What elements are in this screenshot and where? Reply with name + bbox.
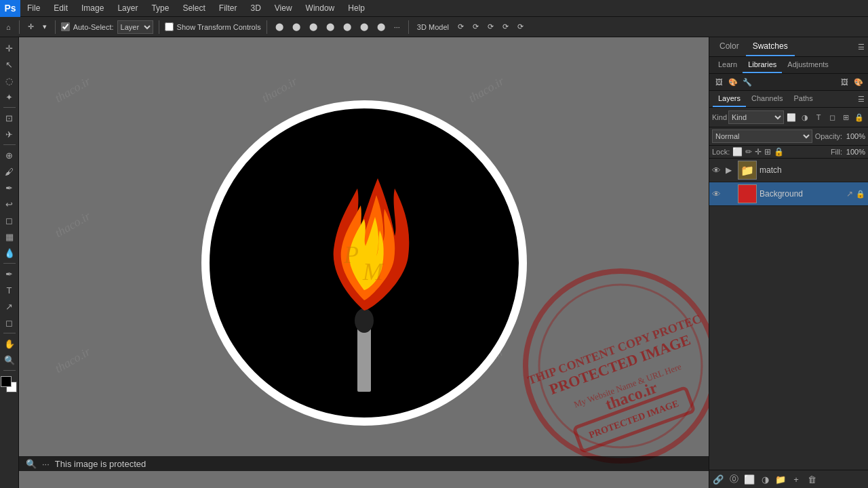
selection-tool[interactable]: ↖: [2, 57, 17, 72]
search-icon[interactable]: 🔍: [26, 459, 37, 469]
align-center-h-button[interactable]: ⬤: [290, 21, 303, 33]
gradient-tool[interactable]: ▦: [2, 229, 17, 244]
toolbar-separator-1: [19, 20, 20, 34]
filter-adjust-icon[interactable]: ◑: [799, 111, 811, 123]
layers-menu-icon[interactable]: ☰: [858, 95, 865, 104]
filter-smart-icon[interactable]: ⊞: [840, 111, 852, 123]
lock-transform-icon[interactable]: ⊞: [764, 147, 771, 157]
tab-swatches[interactable]: Swatches: [746, 37, 795, 56]
hand-tool[interactable]: ✋: [2, 336, 17, 351]
eraser-tool[interactable]: ◻: [2, 213, 17, 228]
svg-text:M: M: [362, 258, 384, 285]
layers-bottom: 🔗 ⓪ ⬜ ◑ 📁 + 🗑: [709, 470, 868, 488]
zoom-tool[interactable]: 🔍: [2, 352, 17, 367]
link-layers-button[interactable]: 🔗: [711, 472, 725, 486]
move-tool-button[interactable]: ✛: [25, 21, 37, 33]
lasso-tool[interactable]: ◌: [2, 73, 17, 88]
tool-sep-3: [3, 263, 16, 264]
layer-item-match[interactable]: 👁 ▶ 📁 match: [709, 159, 868, 182]
panel-icon-4[interactable]: 🖼: [838, 76, 850, 88]
3d-btn-3[interactable]: ⟳: [485, 21, 496, 33]
panel-icon-1[interactable]: 🖼: [713, 76, 725, 88]
3d-btn-1[interactable]: ⟳: [455, 21, 467, 33]
add-mask-button[interactable]: ⬜: [743, 472, 756, 486]
align-right-button[interactable]: ⬤: [307, 21, 320, 33]
brush-tool[interactable]: 🖌: [2, 164, 17, 179]
path-tool[interactable]: ↗: [2, 299, 17, 314]
filter-pixel-icon[interactable]: ⬜: [785, 111, 797, 123]
align-last-button[interactable]: ⬤: [374, 21, 388, 33]
magic-wand-tool[interactable]: ✦: [2, 89, 17, 104]
show-transform-checkbox[interactable]: [165, 22, 174, 31]
tab-color[interactable]: Color: [713, 37, 746, 56]
tab-adjustments[interactable]: Adjustments: [782, 57, 834, 73]
lock-position-icon[interactable]: ✏: [745, 147, 752, 157]
shape-tool[interactable]: ◻: [2, 315, 17, 330]
auto-select-checkbox[interactable]: [61, 22, 70, 31]
auto-select-dropdown[interactable]: Layer Group: [117, 20, 153, 34]
healing-tool[interactable]: ⊕: [2, 148, 17, 163]
menu-view[interactable]: View: [268, 0, 299, 17]
crop-tool[interactable]: ⊡: [2, 110, 17, 125]
blend-mode-select[interactable]: Normal Multiply Screen: [712, 129, 812, 143]
add-style-button[interactable]: ⓪: [727, 472, 741, 486]
add-group-button[interactable]: 📁: [774, 472, 787, 486]
menu-edit[interactable]: Edit: [47, 0, 75, 17]
3d-btn-5[interactable]: ⟳: [515, 21, 526, 33]
menu-3d[interactable]: 3D: [243, 0, 267, 17]
lock-pixels-icon[interactable]: ⬜: [732, 147, 743, 157]
lock-artboards-icon[interactable]: ✛: [755, 147, 762, 157]
tab-layers[interactable]: Layers: [713, 91, 746, 107]
tab-libraries[interactable]: Libraries: [743, 57, 782, 73]
filter-active-icon[interactable]: 🔒: [853, 111, 865, 123]
menu-file[interactable]: File: [20, 0, 47, 17]
align-top-button[interactable]: ⬤: [323, 21, 337, 33]
menu-type[interactable]: Type: [144, 0, 176, 17]
more-options-button[interactable]: ···: [391, 22, 403, 33]
lock-all-icon[interactable]: 🔒: [774, 147, 784, 157]
flame-svg: P M: [222, 121, 507, 405]
history-brush[interactable]: ↩: [2, 197, 17, 211]
panel-icon-3[interactable]: 🔧: [741, 76, 753, 88]
pen-tool[interactable]: ✒: [2, 266, 17, 281]
eyedropper-tool[interactable]: ✈: [2, 127, 17, 142]
add-adjustment-button[interactable]: ◑: [758, 472, 772, 486]
layer-visibility-background[interactable]: 👁: [712, 189, 723, 199]
menu-layer[interactable]: Layer: [111, 0, 144, 17]
foreground-color-chip[interactable]: [1, 376, 12, 387]
3d-btn-4[interactable]: ⟳: [500, 21, 511, 33]
filter-type-icon[interactable]: T: [812, 111, 825, 123]
layer-visibility-match[interactable]: 👁: [712, 165, 723, 176]
align-center-v-button[interactable]: ⬤: [340, 21, 354, 33]
menu-image[interactable]: Image: [75, 0, 111, 17]
tab-paths[interactable]: Paths: [789, 91, 818, 107]
menu-help[interactable]: Help: [341, 0, 372, 17]
home-button[interactable]: ⌂: [3, 22, 14, 33]
3d-btn-2[interactable]: ⟳: [470, 21, 481, 33]
filter-shape-icon[interactable]: ◻: [826, 111, 838, 123]
menu-select[interactable]: Select: [176, 0, 212, 17]
layer-item-background[interactable]: 👁 Background ↗ 🔒: [709, 182, 868, 206]
move-tool-dropdown[interactable]: ▾: [40, 21, 50, 33]
tab-channels[interactable]: Channels: [746, 91, 788, 107]
svg-text:PROTECTED IMAGE: PROTECTED IMAGE: [547, 331, 693, 398]
more-status-icon[interactable]: ···: [42, 459, 50, 469]
tab-learn[interactable]: Learn: [713, 57, 743, 73]
text-tool[interactable]: T: [2, 283, 17, 298]
blur-tool[interactable]: 💧: [2, 245, 17, 260]
move-tool[interactable]: ✛: [2, 41, 17, 56]
panel-menu-icon[interactable]: ☰: [858, 43, 865, 52]
fill-label: Fill:: [831, 148, 842, 156]
panel-icon-5[interactable]: 🎨: [852, 76, 865, 88]
clone-tool[interactable]: ✒: [2, 180, 17, 195]
align-left-button[interactable]: ⬤: [273, 21, 286, 33]
panel-icon-2[interactable]: 🎨: [727, 76, 739, 88]
delete-layer-button[interactable]: 🗑: [805, 472, 818, 486]
add-layer-button[interactable]: +: [789, 472, 803, 486]
align-bottom-button[interactable]: ⬤: [357, 21, 371, 33]
kind-select[interactable]: Kind: [728, 110, 784, 124]
canvas-area: thaco.ir thaco.ir thaco.ir thaco.ir thac…: [19, 37, 709, 488]
layer-expand-match[interactable]: ▶: [726, 165, 735, 175]
menu-filter[interactable]: Filter: [212, 0, 244, 17]
menu-window[interactable]: Window: [299, 0, 342, 17]
